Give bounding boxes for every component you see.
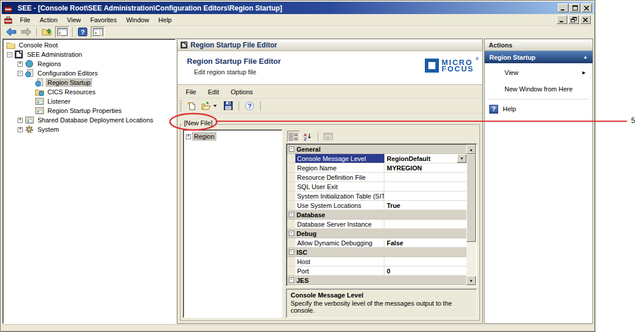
editor-header: Region Startup File Editor xyxy=(178,39,482,51)
collapse-icon[interactable]: - xyxy=(289,249,294,255)
property-row-region-name[interactable]: Region Name MYREGION xyxy=(287,163,466,173)
menu-favorites[interactable]: Favorites xyxy=(86,15,121,25)
category-row-jes[interactable]: - JES xyxy=(287,276,466,285)
collapse-chevron-icon[interactable] xyxy=(583,54,588,60)
category-row-debug[interactable]: - Debug xyxy=(287,229,466,238)
property-row-isc-host[interactable]: Host xyxy=(287,257,466,266)
menu-window[interactable]: Window xyxy=(121,15,154,25)
mmc-window: SEE - [Console Root\SEE Administration\C… xyxy=(0,0,595,332)
editor-menu-file[interactable]: File xyxy=(180,87,202,97)
tree-item-listener[interactable]: Listener xyxy=(3,97,175,106)
tree-item-region-startup[interactable]: Region Startup xyxy=(3,78,175,87)
mdi-close-button[interactable] xyxy=(580,15,591,24)
registered-mark: ® xyxy=(476,56,479,62)
property-row-sql-user-exit[interactable]: SQL User Exit xyxy=(287,182,466,191)
editor-body: [New File] + Region xyxy=(178,114,482,323)
scroll-down-icon[interactable] xyxy=(466,276,476,285)
menu-view[interactable]: View xyxy=(62,15,86,25)
tree-item-system[interactable]: + System xyxy=(3,125,175,134)
new-file-icon[interactable] xyxy=(185,100,199,112)
mdi-restore-button[interactable] xyxy=(568,15,579,24)
help-icon[interactable]: ? xyxy=(76,26,90,38)
tree-item-label: Configuration Editors xyxy=(36,70,99,77)
collapse-icon[interactable]: - xyxy=(289,231,294,236)
tree-item-cics-resources[interactable]: CICS Resources xyxy=(3,87,175,97)
tree-item-region-startup-properties[interactable]: Region Startup Properties xyxy=(3,106,175,115)
scroll-up-icon[interactable] xyxy=(466,145,476,154)
action-help[interactable]: ? Help xyxy=(485,102,592,116)
editor-help-icon[interactable]: ? xyxy=(243,100,257,112)
tree-expand-icon[interactable]: + xyxy=(18,127,23,132)
minimize-button[interactable] xyxy=(558,4,568,12)
actions-group-region-startup[interactable]: Region Startup xyxy=(485,51,592,63)
menu-action[interactable]: Action xyxy=(35,15,63,25)
tree-expand-icon[interactable]: + xyxy=(18,61,23,67)
category-row-isc[interactable]: - ISC xyxy=(287,248,466,257)
console-tree[interactable]: Console Root - SEE Administration + Regi… xyxy=(2,39,176,324)
tree-item-see-administration[interactable]: - SEE Administration xyxy=(3,50,175,59)
category-row-general[interactable]: - General xyxy=(287,145,466,154)
editor-banner: Region Startup File Editor Edit region s… xyxy=(178,52,482,85)
toolbar-separator xyxy=(260,101,261,111)
grid-scrollbar[interactable] xyxy=(466,145,476,285)
new-window-icon[interactable] xyxy=(91,26,105,38)
title-bar[interactable]: SEE - [Console Root\SEE Administration\C… xyxy=(2,2,594,14)
show-console-tree-icon[interactable] xyxy=(55,26,69,38)
region-tree[interactable]: + Region xyxy=(183,129,282,318)
editor-menu-options[interactable]: Options xyxy=(225,87,259,97)
tree-collapse-icon[interactable]: - xyxy=(18,71,23,76)
alphabetical-sort-icon[interactable]: AZ xyxy=(301,131,314,142)
property-row-allow-dynamic-debugging[interactable]: Allow Dynamic Debugging False xyxy=(287,238,466,248)
property-area: AZ - G xyxy=(286,129,477,318)
tree-item-regions[interactable]: + Regions xyxy=(3,59,175,69)
folder-globe-icon xyxy=(35,87,44,97)
categorized-view-icon[interactable] xyxy=(287,131,300,142)
tree-item-label: CICS Resources xyxy=(46,88,97,95)
mdi-minimize-button[interactable] xyxy=(557,15,567,24)
micro-focus-logo: ® MICRO FOCUS xyxy=(425,59,475,73)
tree-expand-icon[interactable]: + xyxy=(186,134,191,139)
property-row-console-message-level[interactable]: Console Message Level RegionDefault xyxy=(287,154,466,163)
property-row-use-system-locations[interactable]: Use System Locations True xyxy=(287,201,466,210)
region-node-label: Region xyxy=(193,133,216,140)
collapse-icon[interactable]: - xyxy=(289,146,294,152)
toolbar-grip[interactable] xyxy=(180,101,182,111)
help-icon: ? xyxy=(489,105,498,114)
property-row-resource-definition-file[interactable]: Resource Definition File xyxy=(287,173,466,182)
property-row-jes-host[interactable]: Host xyxy=(287,285,466,286)
collapse-icon[interactable]: - xyxy=(289,212,294,217)
window-icon xyxy=(35,106,44,115)
editor-menu-bar: File Edit Options xyxy=(178,85,482,98)
tree-item-region[interactable]: + Region xyxy=(186,132,282,141)
category-row-database[interactable]: - Database xyxy=(287,210,466,220)
collapse-icon[interactable]: - xyxy=(289,278,294,283)
region-startup-editor-panel: Region Startup File Editor Region Startu… xyxy=(177,39,483,324)
open-file-icon[interactable] xyxy=(200,100,219,112)
scroll-thumb[interactable] xyxy=(466,154,476,242)
tree-item-shared-database-deployment-locations[interactable]: + Shared Database Deployment Locations xyxy=(3,115,175,125)
back-icon[interactable] xyxy=(4,26,18,38)
maximize-button[interactable] xyxy=(570,4,580,12)
tree-item-configuration-editors[interactable]: - Configuration Editors xyxy=(3,69,175,78)
mdi-child-icon[interactable] xyxy=(4,15,13,25)
action-new-window-from-here[interactable]: New Window from Here xyxy=(485,82,592,96)
close-button[interactable] xyxy=(581,4,592,12)
menu-help[interactable]: Help xyxy=(154,15,176,25)
forward-icon[interactable] xyxy=(19,26,33,38)
tree-expand-icon[interactable]: + xyxy=(18,118,23,123)
up-one-level-icon[interactable] xyxy=(40,26,54,38)
dropdown-icon[interactable] xyxy=(457,154,466,163)
property-grid[interactable]: - General Console Message Level RegionDe… xyxy=(286,143,477,286)
property-row-database-server-instance[interactable]: Database Server Instance xyxy=(287,220,466,229)
property-row-system-initialization-table[interactable]: System Initialization Table (SIT) xyxy=(287,191,466,201)
editor-menu-edit[interactable]: Edit xyxy=(202,87,225,97)
editor-toolbar: ? xyxy=(178,98,482,114)
action-view[interactable]: View xyxy=(485,66,592,80)
menu-file[interactable]: File xyxy=(15,15,35,25)
save-icon[interactable] xyxy=(221,100,235,112)
window-icon xyxy=(35,97,44,106)
property-row-isc-port[interactable]: Port 0 xyxy=(287,266,466,276)
tree-item-console-root[interactable]: Console Root xyxy=(3,40,175,50)
work-area: Console Root - SEE Administration + Regi… xyxy=(2,39,593,324)
tree-collapse-icon[interactable]: - xyxy=(7,52,12,57)
